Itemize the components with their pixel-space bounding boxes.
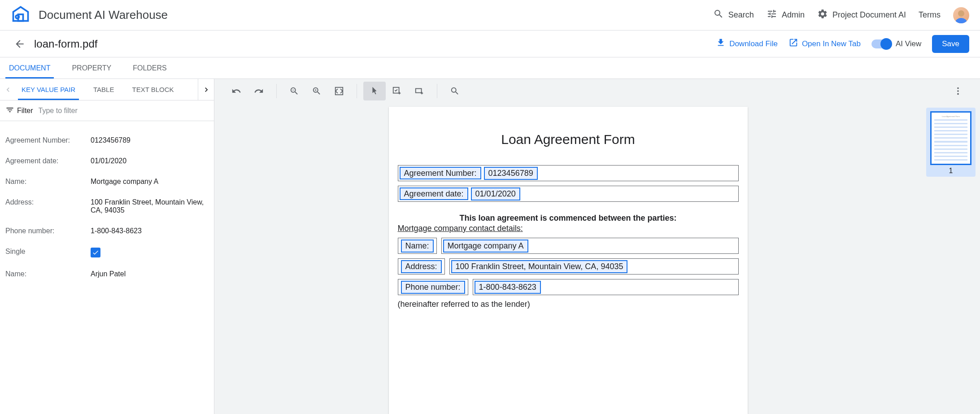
- admin-nav[interactable]: Admin: [767, 9, 805, 22]
- kv-row[interactable]: Address: 100 Franklin Street, Mountain V…: [5, 192, 209, 221]
- ai-view-label: AI View: [896, 39, 921, 48]
- form-row: Phone number: 1-800-843-8623: [398, 279, 739, 295]
- doc-after-text: (hereinafter referred to as the lender): [398, 300, 739, 309]
- svg-point-9: [957, 93, 959, 95]
- undo-button[interactable]: [225, 82, 248, 100]
- app-title: Document AI Warehouse: [39, 8, 168, 22]
- back-button[interactable]: [11, 35, 29, 53]
- code-view-button[interactable]: [328, 82, 350, 100]
- open-new-tab-button[interactable]: Open In New Tab: [788, 38, 861, 50]
- kv-key: Single: [5, 248, 91, 257]
- download-label: Download File: [729, 39, 778, 48]
- doc-header: loan-form.pdf Download File Open In New …: [0, 31, 980, 57]
- form-val: 100 Franklin Street, Mountain View, CA, …: [451, 260, 628, 273]
- top-header: Document AI Warehouse Search Admin Proje…: [0, 0, 980, 31]
- filter-label: Filter: [17, 107, 33, 115]
- zoom-out-button[interactable]: [283, 82, 305, 100]
- project-label: Project Document AI: [832, 10, 906, 20]
- open-new-tab-label: Open In New Tab: [802, 39, 861, 48]
- search-nav[interactable]: Search: [713, 9, 754, 22]
- doc-heading: Loan Agreement Form: [398, 132, 739, 147]
- terms-nav[interactable]: Terms: [919, 10, 941, 20]
- ai-view-toggle-wrap: AI View: [871, 39, 921, 48]
- kv-key: Phone number:: [5, 227, 91, 235]
- checked-icon: [91, 248, 100, 257]
- main-tabs: DOCUMENT PROPERTY FOLDERS: [0, 57, 980, 79]
- open-in-new-icon: [788, 38, 798, 50]
- kv-val: 100 Franklin Street, Mountain View, CA, …: [91, 198, 209, 214]
- kv-key: Address:: [5, 198, 91, 214]
- search-label: Search: [728, 10, 754, 20]
- top-actions: Search Admin Project Document AI Terms: [713, 7, 969, 23]
- kv-key: Name:: [5, 178, 91, 186]
- form-val: 0123456789: [484, 167, 538, 180]
- tab-table[interactable]: TABLE: [93, 79, 114, 100]
- doc-page: Loan Agreement Form Agreement Number: 01…: [389, 107, 748, 414]
- kv-list: Agreement Number: 0123456789 Agreement d…: [0, 121, 214, 293]
- ai-view-toggle[interactable]: [871, 39, 891, 48]
- doc-subtext: This loan agreement is commenced between…: [398, 214, 739, 223]
- sub-tabs-next[interactable]: [198, 79, 214, 100]
- thumb-wrap[interactable]: Loan Agreement Form 1: [926, 108, 976, 177]
- terms-label: Terms: [919, 10, 941, 20]
- more-button[interactable]: [947, 82, 969, 100]
- kv-key: Agreement Number:: [5, 136, 91, 144]
- box-tool-button[interactable]: [408, 82, 431, 100]
- sub-tabs-prev[interactable]: [0, 85, 16, 94]
- form-key: Address:: [401, 260, 442, 273]
- svg-rect-4: [335, 87, 343, 95]
- kv-row[interactable]: Agreement Number: 0123456789: [5, 130, 209, 151]
- form-row: Address: 100 Franklin Street, Mountain V…: [398, 258, 739, 275]
- form-val: 1-800-843-8623: [475, 281, 541, 294]
- kv-row[interactable]: Single: [5, 241, 209, 264]
- thumb-page-number: 1: [930, 167, 972, 175]
- search-tool-button[interactable]: [444, 82, 466, 100]
- form-row: Agreement Number: 0123456789: [398, 165, 739, 181]
- kv-row[interactable]: Name: Arjun Patel: [5, 264, 209, 284]
- form-row: Name: Mortgage company A: [398, 238, 739, 254]
- form-key: Agreement Number:: [400, 167, 481, 179]
- tab-property[interactable]: PROPERTY: [72, 57, 111, 78]
- kv-key: Name:: [5, 270, 91, 278]
- project-nav[interactable]: Project Document AI: [817, 9, 906, 22]
- thumbnail-strip: Loan Agreement Form 1: [922, 103, 980, 414]
- tab-folders[interactable]: FOLDERS: [133, 57, 167, 78]
- form-val: 01/01/2020: [471, 187, 520, 200]
- kv-row[interactable]: Agreement date: 01/01/2020: [5, 151, 209, 171]
- svg-point-3: [955, 18, 967, 23]
- save-button[interactable]: Save: [932, 35, 969, 53]
- doc-title: loan-form.pdf: [34, 38, 97, 50]
- kv-row[interactable]: Name: Mortgage company A: [5, 171, 209, 192]
- viewer-toolbar: [214, 79, 980, 103]
- admin-label: Admin: [782, 10, 805, 20]
- select-tool-button[interactable]: [363, 82, 386, 100]
- kv-val: 01/01/2020: [91, 157, 209, 165]
- gear-icon: [817, 9, 828, 22]
- kv-val: Arjun Patel: [91, 270, 209, 278]
- kv-val: 1-800-843-8623: [91, 227, 209, 235]
- svg-point-8: [957, 90, 959, 92]
- doc-canvas[interactable]: Loan Agreement Form Agreement Number: 01…: [214, 103, 922, 414]
- tab-text-block[interactable]: TEXT BLOCK: [132, 79, 174, 100]
- app-logo-icon: [11, 4, 30, 26]
- redo-button[interactable]: [248, 82, 270, 100]
- tab-document[interactable]: DOCUMENT: [9, 57, 50, 78]
- filter-icon: [5, 105, 14, 116]
- sub-tabs-wrap: KEY VALUE PAIR TABLE TEXT BLOCK: [0, 79, 214, 100]
- kv-val-checkbox: [91, 248, 209, 257]
- search-icon: [713, 9, 724, 22]
- user-avatar[interactable]: [953, 7, 969, 23]
- checkbox-tool-button[interactable]: [386, 82, 408, 100]
- form-row: Agreement date: 01/01/2020: [398, 186, 739, 202]
- zoom-in-button[interactable]: [305, 82, 328, 100]
- tab-key-value-pair[interactable]: KEY VALUE PAIR: [22, 79, 75, 100]
- doc-subtext2: Mortgage company contact details:: [398, 224, 739, 233]
- kv-val: Mortgage company A: [91, 178, 209, 186]
- filter-row: Filter: [0, 100, 214, 121]
- kv-key: Agreement date:: [5, 157, 91, 165]
- left-panel: KEY VALUE PAIR TABLE TEXT BLOCK Filter A…: [0, 79, 214, 414]
- download-button[interactable]: Download File: [716, 38, 778, 50]
- filter-input[interactable]: [39, 107, 209, 115]
- kv-row[interactable]: Phone number: 1-800-843-8623: [5, 221, 209, 241]
- filter-label-wrap: Filter: [5, 105, 33, 116]
